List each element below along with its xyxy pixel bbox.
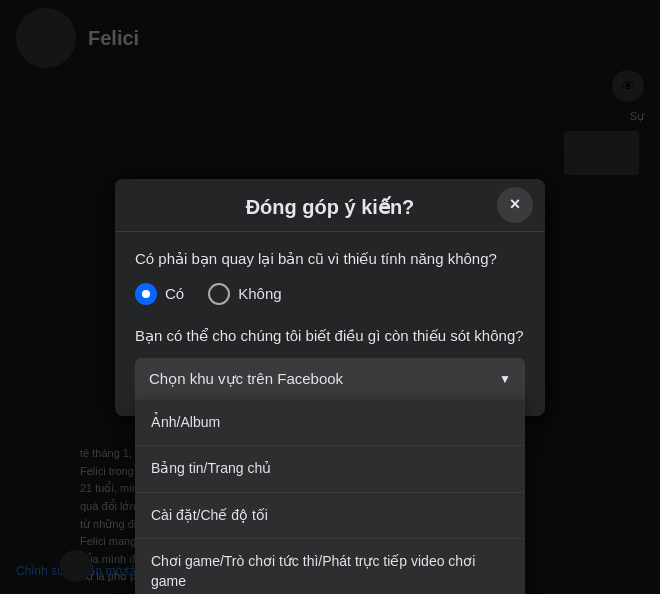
dropdown-list: Ảnh/Album Bảng tin/Trang chủ Cài đặt/Chế…: [135, 400, 525, 595]
modal-overlay: Đóng góp ý kiến? × Có phải bạn quay lại …: [0, 0, 660, 594]
dropdown-wrapper: Chọn khu vực trên Facebook ▼ Ảnh/Album B…: [135, 358, 525, 400]
dropdown-item-3[interactable]: Chơi game/Trò chơi tức thì/Phát trực tiế…: [135, 539, 525, 594]
close-button[interactable]: ×: [497, 187, 533, 223]
question1-text: Có phải bạn quay lại bản cũ vì thiếu tín…: [135, 248, 525, 269]
dropdown-item-0[interactable]: Ảnh/Album: [135, 400, 525, 447]
radio-yes-label: Có: [165, 285, 184, 302]
feedback-modal: Đóng góp ý kiến? × Có phải bạn quay lại …: [115, 179, 545, 416]
chevron-down-icon: ▼: [499, 372, 511, 386]
dropdown-button[interactable]: Chọn khu vực trên Facebook ▼: [135, 358, 525, 400]
dropdown-placeholder: Chọn khu vực trên Facebook: [149, 370, 343, 388]
modal-title: Đóng góp ý kiến?: [246, 195, 415, 219]
question2-text: Bạn có thể cho chúng tôi biết điều gì cò…: [135, 325, 525, 346]
dropdown-item-1[interactable]: Bảng tin/Trang chủ: [135, 446, 525, 493]
radio-yes-indicator: [135, 283, 157, 305]
radio-group: Có Không: [135, 283, 525, 305]
dropdown-item-2[interactable]: Cài đặt/Chế độ tối: [135, 493, 525, 540]
radio-yes[interactable]: Có: [135, 283, 184, 305]
radio-no-label: Không: [238, 285, 281, 302]
radio-no[interactable]: Không: [208, 283, 281, 305]
radio-no-indicator: [208, 283, 230, 305]
modal-header: Đóng góp ý kiến? ×: [115, 179, 545, 232]
radio-yes-inner: [142, 290, 150, 298]
modal-body: Có phải bạn quay lại bản cũ vì thiếu tín…: [115, 232, 545, 416]
